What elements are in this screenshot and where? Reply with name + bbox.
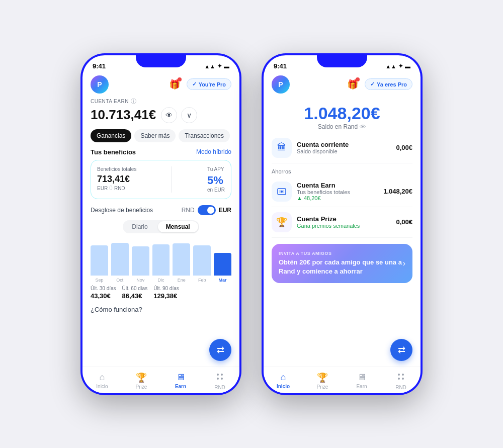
notification-dot-left xyxy=(178,77,182,81)
signal-icon: ▲▲ xyxy=(204,63,215,69)
bar-feb-bar xyxy=(193,245,211,276)
home-icon-left: ⌂ xyxy=(100,372,105,383)
bar-dic: Dic xyxy=(152,244,170,283)
stat-30-value: 43,30€ xyxy=(91,292,116,300)
phone-left: 9:41 ▲▲ ✦ ▬ P 🎁 ✓ You're Pro xyxy=(80,53,241,395)
tab-saber-mas[interactable]: Saber más xyxy=(134,129,176,142)
pro-label-left: You're Pro xyxy=(199,81,226,87)
stat-30-label: Últ. 30 días xyxy=(91,286,116,291)
section-header: Tus beneficios Modo híbrido xyxy=(91,148,231,156)
eye-icon-right[interactable]: 👁 xyxy=(360,123,366,131)
app-container: 9:41 ▲▲ ✦ ▬ P 🎁 ✓ You're Pro xyxy=(80,53,423,395)
stat-30: Últ. 30 días 43,30€ xyxy=(91,286,116,300)
fab-right[interactable]: ⇄ xyxy=(390,339,412,361)
stat-90-value: 129,38€ xyxy=(153,292,179,300)
notch-left xyxy=(136,53,186,67)
nav-earn-right[interactable]: 🖥 Earn xyxy=(342,370,381,392)
avatar-right[interactable]: P xyxy=(272,75,290,94)
toggle-switch[interactable] xyxy=(198,205,216,215)
invite-content: INVITA A TUS AMIGOS Obtén 20€ por cada a… xyxy=(279,251,403,276)
screen-content-right: 1.048,20€ Saldo en Rand 👁 🏛 Cuenta corri… xyxy=(264,98,421,367)
nav-prize-right[interactable]: 🏆 Prize xyxy=(303,370,342,392)
bar-feb-label: Feb xyxy=(198,278,206,283)
section-title: Tus beneficios xyxy=(91,148,136,156)
notification-dot-right xyxy=(356,77,360,81)
nav-prize-label-left: Prize xyxy=(136,384,147,390)
check-icon-left: ✓ xyxy=(192,81,197,87)
checking-sub: Saldo disponible xyxy=(297,148,391,154)
bar-oct-bar xyxy=(111,243,129,276)
earn-account-name: Cuenta Earn xyxy=(297,182,378,189)
signal-icon-right: ▲▲ xyxy=(385,63,396,69)
big-amount: 1.048,20€ xyxy=(272,104,412,123)
benefits-card: Beneficios totales 713,41€ EUR 0 RND Tu … xyxy=(91,160,231,199)
total-benefits: Beneficios totales 713,41€ EUR 0 RND xyxy=(97,166,136,193)
earn-amount: 1.048,20€ xyxy=(383,188,412,195)
bar-ene-bar xyxy=(173,243,190,276)
gift-button-left[interactable]: 🎁 xyxy=(166,76,183,93)
balance-icons: 👁 ∨ xyxy=(161,107,197,123)
svg-point-9 xyxy=(398,378,400,380)
svg-point-3 xyxy=(221,378,223,380)
total-amount: 713,41€ xyxy=(97,174,136,185)
nav-inicio-right[interactable]: ⌂ Inicio xyxy=(264,370,303,392)
fab-left[interactable]: ⇄ xyxy=(209,339,231,361)
invite-banner[interactable]: INVITA A TUS AMIGOS Obtén 20€ por cada a… xyxy=(272,244,412,283)
header-right-right: 🎁 ✓ Ya eres Pro xyxy=(345,76,412,93)
nav-prize-left[interactable]: 🏆 Prize xyxy=(122,370,161,392)
bar-sep-label: Sep xyxy=(95,278,103,283)
show-balance-button[interactable]: 👁 xyxy=(161,107,177,123)
avatar-left[interactable]: P xyxy=(91,75,109,94)
app-header-right: P 🎁 ✓ Ya eres Pro xyxy=(264,73,421,98)
wifi-icon: ✦ xyxy=(217,63,222,69)
bar-feb: Feb xyxy=(193,245,211,283)
checking-account-item[interactable]: 🏛 Cuenta corriente Saldo disponible 0,00… xyxy=(272,133,412,163)
bar-oct-label: Oct xyxy=(116,278,123,283)
bar-sep: Sep xyxy=(91,245,108,283)
expand-button[interactable]: ∨ xyxy=(181,107,197,123)
nav-prize-label-right: Prize xyxy=(317,384,328,390)
tab-ganancias[interactable]: Ganancias xyxy=(91,129,131,142)
pro-badge-left: ✓ You're Pro xyxy=(187,78,231,90)
wifi-icon-right: ✦ xyxy=(398,63,403,69)
earn-account-item[interactable]: Cuenta Earn Tus beneficios totales ▲ 48,… xyxy=(272,176,412,207)
svg-point-7 xyxy=(398,374,400,376)
header-right-left: 🎁 ✓ You're Pro xyxy=(166,76,231,93)
stat-90: Últ. 90 días 129,38€ xyxy=(153,286,179,300)
chart-tab-mensual[interactable]: Mensual xyxy=(158,221,198,232)
invite-arrow-icon: › xyxy=(403,259,405,268)
how-label[interactable]: ¿Cómo funciona? xyxy=(91,306,231,317)
rnd-icon-right xyxy=(396,372,405,384)
prize-account-item[interactable]: 🏆 Cuenta Prize Gana premios semanales 0,… xyxy=(272,207,412,238)
nav-earn-label-right: Earn xyxy=(356,384,367,389)
bar-mar: Mar xyxy=(214,253,231,283)
toggle-rnd[interactable]: RND xyxy=(182,207,195,214)
bar-dic-label: Dic xyxy=(158,278,164,283)
bar-sep-bar xyxy=(91,245,108,276)
earn-account-sub: Tus beneficios totales xyxy=(297,189,378,195)
svg-point-6 xyxy=(281,191,283,193)
prize-sub: Gana premios semanales xyxy=(297,223,391,229)
prize-info: Cuenta Prize Gana premios semanales xyxy=(297,215,391,229)
balance-row: 10.713,41€ 👁 ∨ xyxy=(91,107,231,123)
time-left: 9:41 xyxy=(93,62,106,70)
nav-rnd-left[interactable]: RND xyxy=(200,370,239,392)
stats-row: Últ. 30 días 43,30€ Últ. 60 días 86,43€ … xyxy=(91,286,231,300)
nav-rnd-right[interactable]: RND xyxy=(381,370,421,392)
modo-hibrido-link[interactable]: Modo híbrido xyxy=(196,148,231,155)
nav-inicio-left[interactable]: ⌂ Inicio xyxy=(82,370,122,392)
tab-transacciones[interactable]: Transacciones xyxy=(179,129,230,142)
gift-button-right[interactable]: 🎁 xyxy=(345,76,361,93)
bar-oct: Oct xyxy=(111,243,129,283)
svg-point-2 xyxy=(217,378,219,380)
bar-ene: Ene xyxy=(173,243,190,283)
invite-tag: INVITA A TUS AMIGOS xyxy=(279,251,403,256)
chart-tab-diario[interactable]: Diario xyxy=(124,221,155,232)
bar-nov-label: Nov xyxy=(136,278,144,283)
app-header-left: P 🎁 ✓ You're Pro xyxy=(82,73,239,98)
stat-60-value: 86,43€ xyxy=(122,292,148,300)
invite-text: Obtén 20€ por cada amigo que se una a Ra… xyxy=(279,258,403,276)
info-icon[interactable]: ⓘ xyxy=(131,98,137,105)
nav-earn-left[interactable]: 🖥 Earn xyxy=(161,370,200,392)
toggle-eur[interactable]: EUR xyxy=(219,207,231,214)
